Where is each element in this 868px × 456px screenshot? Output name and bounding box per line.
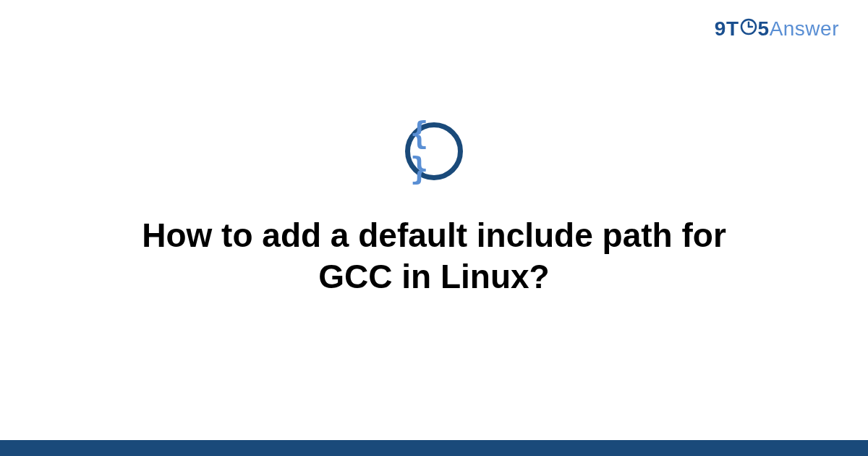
- category-icon-circle: { }: [405, 122, 463, 180]
- main-content: { } How to add a default include path fo…: [0, 0, 868, 456]
- footer-accent-bar: [0, 440, 868, 456]
- question-title: How to add a default include path for GC…: [101, 215, 767, 298]
- curly-braces-icon: { }: [410, 116, 458, 187]
